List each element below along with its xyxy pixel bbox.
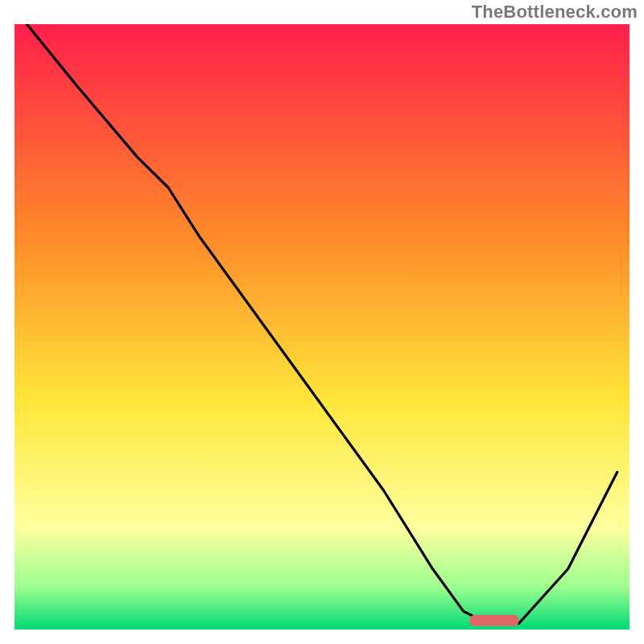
gradient-background <box>14 24 630 630</box>
optimal-range-marker <box>469 615 518 626</box>
chart-root: { "attribution": "TheBottleneck.com", "c… <box>0 0 644 644</box>
bottleneck-chart <box>0 0 644 644</box>
